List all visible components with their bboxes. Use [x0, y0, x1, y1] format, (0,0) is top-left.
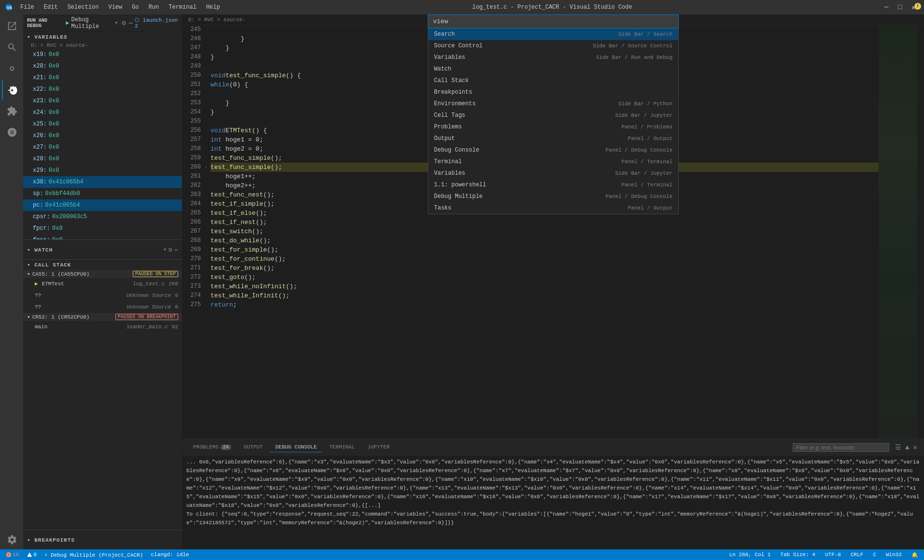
variable-item[interactable]: sp:0xbbf44db0 [23, 188, 182, 199]
line-number: 265 [182, 209, 201, 218]
cmd-label: Tasks [434, 205, 451, 211]
call-stack-group-header[interactable]: ▾CR52: 1 (CR52CPU0)PAUSED ON BREAKPOINT [23, 313, 182, 321]
activity-explorer[interactable] [2, 16, 21, 36]
status-debug[interactable]: ⚡ Debug Multiple (Project_CACR) [42, 552, 145, 558]
variable-item[interactable]: x28:0x0 [23, 153, 182, 165]
command-item[interactable]: ProblemsPanel / Problems [428, 121, 678, 133]
status-language[interactable]: C [871, 552, 878, 558]
variable-item[interactable]: x19:0x0 [23, 49, 182, 60]
menu-help[interactable]: Help [202, 3, 224, 12]
command-item[interactable]: VariablesSide Bar / Jupyter [428, 168, 678, 179]
variables-header[interactable]: ▾ VARIABLES [23, 32, 182, 42]
vertical-scrollbar[interactable] [917, 25, 924, 438]
tab-problems[interactable]: PROBLEMS 24 [187, 442, 237, 452]
command-dropdown: SearchSide Bar / SearchSource ControlSid… [428, 28, 679, 214]
menu-run[interactable]: Run [145, 3, 163, 12]
tab-terminal[interactable]: TERMINAL [323, 442, 361, 452]
call-stack-item[interactable]: ▶ETMTestlog_test.c260 [23, 278, 182, 290]
debug-gear-icon[interactable]: ⚙ [122, 19, 126, 27]
activity-search[interactable] [2, 38, 21, 57]
notifications-icon[interactable]: 🔔 [910, 552, 920, 558]
status-line-col[interactable]: Ln 260, Col 1 [728, 552, 773, 558]
variable-item[interactable]: x22:0x0 [23, 84, 182, 95]
call-stack-group-header[interactable]: ▾CA55: 1 (CA55CPU0)PAUSED ON STEP [23, 270, 182, 278]
variable-item[interactable]: pc:0x41c065b4 [23, 199, 182, 211]
debug-more-icon[interactable]: ⋯ [129, 19, 133, 27]
var-name: x24: [33, 107, 47, 118]
variable-item[interactable]: x21:0x0 [23, 72, 182, 84]
command-palette-input[interactable] [433, 18, 673, 25]
variable-item[interactable]: x24:0x0 [23, 107, 182, 118]
status-encoding[interactable]: UTF-8 [823, 552, 843, 558]
variable-item[interactable]: x30:0x41c065b4 [23, 176, 182, 188]
call-stack-item[interactable]: ??Unknown Source0 [23, 301, 182, 313]
call-stack-item[interactable]: ??Unknown Source0 [23, 290, 182, 301]
filter-input-wrapper[interactable] [793, 443, 889, 452]
panel-list-view-icon[interactable]: ☰ [895, 443, 901, 451]
panel-close-icon[interactable]: ✕ [913, 443, 917, 451]
dropdown-arrow-icon[interactable]: ▾ [114, 19, 118, 27]
command-item[interactable]: TasksPanel / Output [428, 202, 678, 214]
command-item[interactable]: Cell TagsSide Bar / Jupyter [428, 110, 678, 121]
minimize-button[interactable]: ─ [881, 1, 892, 13]
watch-header[interactable]: ▾ WATCH + ⊟ ⋯ [23, 240, 182, 259]
command-item[interactable]: Watch [428, 63, 678, 75]
command-item[interactable]: OutputPanel / Output [428, 133, 678, 144]
activity-python[interactable] [2, 123, 21, 142]
variable-item[interactable]: x20:0x0 [23, 60, 182, 72]
filter-input[interactable] [796, 445, 886, 450]
command-item[interactable]: Breakpoints [428, 86, 678, 98]
activity-debug[interactable]: ! [2, 80, 21, 99]
status-line-ending[interactable]: CRLF [849, 552, 865, 558]
watch-more-icon[interactable]: ⋯ [174, 247, 178, 253]
var-value: 0x0 [49, 72, 59, 83]
command-item[interactable]: Source ControlSide Bar / Source Control [428, 40, 678, 52]
command-item[interactable]: Debug ConsolePanel / Debug Console [428, 144, 678, 156]
status-platform[interactable]: Win32 [884, 552, 904, 558]
variable-item[interactable]: fpsr:0x0 [23, 234, 182, 239]
menu-edit[interactable]: Edit [40, 3, 62, 12]
activity-extensions[interactable] [2, 101, 21, 121]
variable-item[interactable]: x29:0x0 [23, 165, 182, 176]
command-item[interactable]: Call Stack [428, 75, 678, 86]
launch-json-link[interactable]: ⬡ launch.json 2 [135, 17, 178, 29]
command-item[interactable]: TerminalPanel / Terminal [428, 156, 678, 168]
activity-settings[interactable] [2, 530, 21, 549]
menu-terminal[interactable]: Terminal [165, 3, 200, 12]
activity-source-control[interactable] [2, 59, 21, 78]
menu-view[interactable]: View [104, 3, 126, 12]
watch-collapse-icon[interactable]: ⊟ [169, 247, 173, 253]
variable-item[interactable]: cpsr:0x200003c5 [23, 211, 182, 223]
debug-config-name[interactable]: Debug Multiple [71, 16, 113, 30]
command-input-wrapper[interactable] [428, 14, 679, 28]
command-item[interactable]: SearchSide Bar / Search [428, 28, 678, 40]
tab-output[interactable]: OUTPUT [238, 442, 269, 452]
tab-debug-console[interactable]: DEBUG CONSOLE [269, 442, 322, 452]
status-warnings[interactable]: 8 [25, 552, 39, 558]
variable-item[interactable]: fpcr:0x0 [23, 223, 182, 234]
command-item[interactable]: EnvironmentsSide Bar / Python [428, 98, 678, 110]
call-stack-header[interactable]: ▾ CALL STACK [23, 260, 182, 270]
status-tab-size[interactable]: Tab Size: 4 [778, 552, 817, 558]
menu-go[interactable]: Go [128, 3, 142, 12]
command-item[interactable]: 1.1: powershellPanel / Terminal [428, 179, 678, 191]
variable-item[interactable]: x26:0x0 [23, 130, 182, 141]
status-clangd[interactable]: clangd: idle [149, 552, 191, 558]
code-line: test_if_nest(); [210, 218, 879, 227]
tab-jupyter[interactable]: JUPYTER [362, 442, 395, 452]
variable-item[interactable]: x23:0x0 [23, 95, 182, 107]
play-icon[interactable]: ▶ [66, 19, 69, 27]
panel-maximize-icon[interactable]: ▲ [905, 444, 909, 451]
status-errors[interactable]: 16 [4, 552, 21, 558]
cmd-label: Source Control [434, 42, 483, 49]
breakpoints-header[interactable]: ▾ BREAKPOINTS [23, 530, 182, 549]
command-item[interactable]: VariablesSide Bar / Run and Debug [428, 52, 678, 63]
watch-add-icon[interactable]: + [163, 247, 167, 253]
call-stack-item[interactable]: mainloader_main.c92 [23, 321, 182, 333]
command-item[interactable]: Debug MultiplePanel / Debug Console [428, 191, 678, 202]
maximize-button[interactable]: □ [894, 1, 906, 13]
variable-item[interactable]: x25:0x0 [23, 118, 182, 130]
menu-selection[interactable]: Selection [64, 3, 103, 12]
variable-item[interactable]: x27:0x0 [23, 141, 182, 153]
menu-file[interactable]: File [16, 3, 38, 12]
